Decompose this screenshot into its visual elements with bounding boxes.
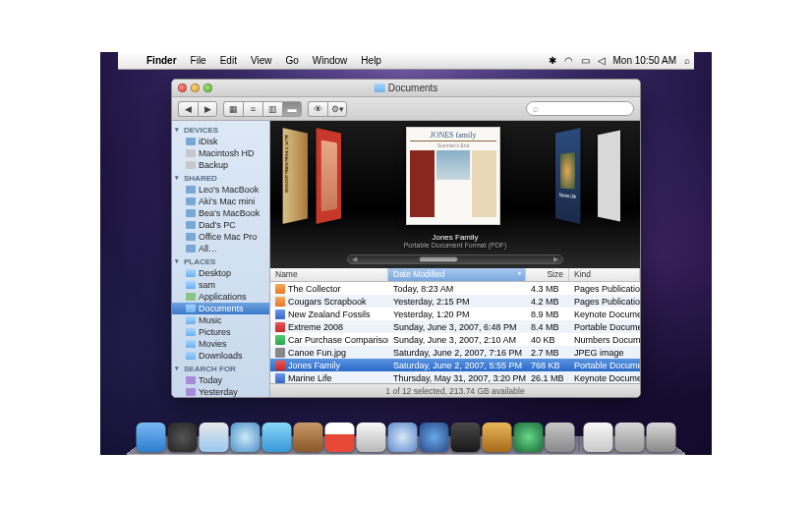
menu-view[interactable]: View xyxy=(244,55,279,66)
file-row[interactable]: Extreme 2008Sunday, June 3, 2007, 6:48 P… xyxy=(270,320,640,333)
file-row[interactable]: Canoe Fun.jpgSaturday, June 2, 2007, 7:1… xyxy=(270,346,640,359)
coverflow-label: Jones Family Portable Document Format (P… xyxy=(404,233,507,249)
dock-finder-icon[interactable] xyxy=(137,422,166,452)
sidebar-item[interactable]: All… xyxy=(172,243,269,254)
dock-downloads-stack-icon[interactable] xyxy=(615,422,645,452)
file-row[interactable]: The CollectorToday, 8:23 AM4.3 MBPages P… xyxy=(270,282,640,295)
sidebar-item[interactable]: Yesterday xyxy=(172,386,269,397)
sidebar-item[interactable]: Today xyxy=(172,374,269,386)
file-row[interactable]: Car Purchase ComparisonSunday, June 3, 2… xyxy=(270,333,640,346)
date-column-header[interactable]: Date Modified xyxy=(388,268,526,281)
net-icon xyxy=(186,245,196,253)
search-field[interactable] xyxy=(526,101,634,116)
coverflow-item[interactable] xyxy=(317,128,341,224)
back-button[interactable]: ◀ xyxy=(178,101,198,117)
sidebar-item[interactable]: Movies xyxy=(172,338,269,350)
file-row[interactable]: New Zealand FossilsYesterday, 1:20 PM8.9… xyxy=(270,308,640,320)
dock-ical-icon[interactable] xyxy=(325,422,355,452)
sidebar-item[interactable]: Music xyxy=(172,314,269,326)
menu-window[interactable]: Window xyxy=(306,55,355,66)
sidebar-item-label: Downloads xyxy=(199,351,243,361)
kind-column-header[interactable]: Kind xyxy=(569,268,640,281)
battery-icon[interactable]: ▭ xyxy=(577,55,594,66)
sidebar-item[interactable]: Bea's MacBook xyxy=(172,207,269,219)
zoom-button[interactable] xyxy=(203,84,212,92)
list-view-button[interactable]: ≡ xyxy=(243,101,262,117)
sidebar-section[interactable]: SHARED xyxy=(172,171,269,184)
sidebar-item[interactable]: Leo's MacBook xyxy=(172,184,269,196)
sidebar-item[interactable]: Backup xyxy=(172,159,269,171)
dock-mail-icon[interactable] xyxy=(200,422,229,452)
sidebar-section[interactable]: PLACES xyxy=(172,254,269,267)
coverflow-scrubber[interactable] xyxy=(347,254,563,264)
menu-help[interactable]: Help xyxy=(354,55,388,66)
sidebar-section[interactable]: DEVICES xyxy=(172,123,269,136)
dock-trash-icon[interactable] xyxy=(647,422,676,452)
dock-timemachine-icon[interactable] xyxy=(514,422,544,452)
quicklook-button[interactable]: 👁 xyxy=(308,101,327,117)
file-list: Name Date Modified Size Kind The Collect… xyxy=(270,268,640,383)
file-row[interactable]: Jones FamilySaturday, June 2, 2007, 5:55… xyxy=(270,359,640,371)
sidebar-item[interactable]: Dad's PC xyxy=(172,219,269,231)
dock-itunes-icon[interactable] xyxy=(388,422,418,452)
dock-garageband-icon[interactable] xyxy=(483,422,512,452)
name-column-header[interactable]: Name xyxy=(270,268,388,281)
menu-edit[interactable]: Edit xyxy=(213,55,244,66)
sidebar-item[interactable]: sam xyxy=(172,279,269,291)
dock-spaces-icon[interactable] xyxy=(451,422,481,452)
dock-ichat-icon[interactable] xyxy=(262,422,292,452)
sidebar-item-label: Macintosh HD xyxy=(199,148,255,158)
clock[interactable]: Mon 10:50 AM xyxy=(609,55,680,66)
sidebar-item[interactable]: Pictures xyxy=(172,326,269,338)
hd-icon xyxy=(186,161,196,169)
dock-dashboard-icon[interactable] xyxy=(168,422,198,452)
fold-icon xyxy=(186,305,196,312)
dock-sysprefs-icon[interactable] xyxy=(546,422,575,452)
sidebar-item-label: Leo's MacBook xyxy=(199,185,259,195)
sidebar-item[interactable]: Office Mac Pro xyxy=(172,231,269,243)
file-row[interactable]: Cougars ScrapbookYesterday, 2:15 PM4.2 M… xyxy=(270,295,640,308)
dock-safari-icon[interactable] xyxy=(231,422,261,452)
sidebar-item[interactable]: Desktop xyxy=(172,267,269,279)
close-button[interactable] xyxy=(178,84,187,92)
spotlight-icon[interactable]: ⌕ xyxy=(680,55,694,66)
icon-view-button[interactable]: ▦ xyxy=(223,101,243,117)
bluetooth-icon[interactable]: ✱ xyxy=(545,55,560,66)
file-name: Marine Life xyxy=(288,373,332,383)
file-name: Canoe Fun.jpg xyxy=(288,348,346,358)
scrubber-thumb[interactable] xyxy=(419,256,458,262)
sidebar-item[interactable]: Documents xyxy=(172,303,269,314)
sidebar-item[interactable]: Macintosh HD xyxy=(172,147,269,159)
sidebar-section[interactable]: SEARCH FOR xyxy=(172,362,269,374)
sidebar-item[interactable]: Aki's Mac mini xyxy=(172,196,269,207)
dock-quicktime-icon[interactable] xyxy=(420,422,449,452)
coverflow-view-button[interactable]: ▬ xyxy=(282,101,302,117)
sidebar-item-label: Aki's Mac mini xyxy=(199,197,255,206)
minimize-button[interactable] xyxy=(191,84,200,92)
forward-button[interactable]: ▶ xyxy=(198,101,217,117)
volume-icon[interactable]: ◁ xyxy=(594,55,609,66)
sidebar-item[interactable]: Applications xyxy=(172,291,269,303)
sidebar-item[interactable]: Downloads xyxy=(172,350,269,362)
menu-go[interactable]: Go xyxy=(278,55,305,66)
airport-icon[interactable]: ◠ xyxy=(560,55,577,66)
action-button[interactable]: ⚙▾ xyxy=(327,101,347,117)
dock-documents-stack-icon[interactable] xyxy=(584,422,613,452)
coverflow-item[interactable] xyxy=(555,128,580,224)
fold-icon xyxy=(186,269,196,277)
coverflow-focused-item[interactable]: JONES family Summer's End xyxy=(406,127,500,225)
dock-addressbook-icon[interactable] xyxy=(294,422,323,452)
size-column-header[interactable]: Size xyxy=(526,268,569,281)
file-row[interactable]: Marine LifeThursday, May 31, 2007, 3:20 … xyxy=(270,371,640,383)
coverflow-item[interactable] xyxy=(283,128,308,224)
coverflow-view[interactable]: JONES family Summer's End Jones Family P… xyxy=(270,121,640,268)
app-icon xyxy=(186,293,196,301)
title-bar[interactable]: Documents xyxy=(172,80,640,97)
sidebar-item-label: Office Mac Pro xyxy=(199,232,257,242)
dock-preview-icon[interactable] xyxy=(357,422,386,452)
coverflow-item[interactable] xyxy=(598,130,620,221)
menu-file[interactable]: File xyxy=(184,55,213,66)
sidebar-item[interactable]: iDisk xyxy=(172,136,269,147)
column-view-button[interactable]: ▥ xyxy=(262,101,282,117)
app-menu[interactable]: Finder xyxy=(140,55,184,66)
